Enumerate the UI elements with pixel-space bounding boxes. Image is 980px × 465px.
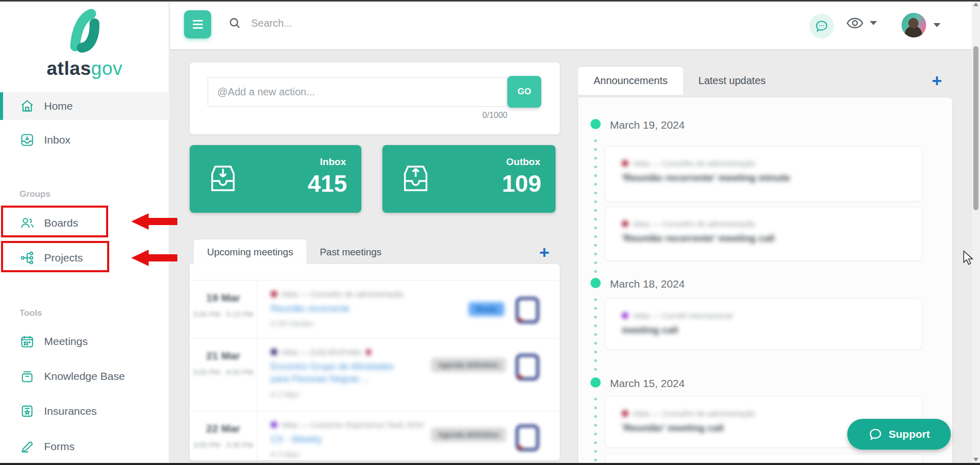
announcement-org: Atlas — Conselho de administração bbox=[633, 409, 755, 418]
pen-icon bbox=[19, 439, 35, 454]
inbox-stat-card[interactable]: Inbox 415 bbox=[190, 145, 361, 213]
meeting-org: Atlas — Conselho de administração bbox=[281, 290, 403, 298]
outbox-stat-card[interactable]: Outbox 109 bbox=[382, 145, 556, 213]
stat-label: Inbox bbox=[320, 156, 346, 168]
timeline-date: March 18, 2024 bbox=[610, 278, 685, 290]
sidebar-item-knowledge-base[interactable]: Knowledge Base bbox=[0, 362, 169, 390]
search-input[interactable] bbox=[251, 17, 466, 29]
sidebar-item-label: Projects bbox=[44, 252, 83, 264]
timeline-dot bbox=[590, 278, 601, 288]
meeting-countdown: in 2 days bbox=[271, 390, 560, 398]
add-action-input[interactable] bbox=[208, 77, 507, 107]
sidebar-item-meetings[interactable]: Meetings bbox=[0, 328, 169, 355]
meeting-date: 22 Mar bbox=[190, 422, 257, 435]
add-announcement-button[interactable] bbox=[932, 72, 942, 89]
meetings-list-header bbox=[190, 264, 560, 280]
meeting-date: 21 Mar bbox=[190, 350, 257, 362]
meeting-time: 3:00 PM - 3:30 PM bbox=[190, 441, 257, 449]
sidebar-item-inbox[interactable]: Inbox bbox=[0, 126, 169, 154]
scroll-down-icon[interactable] bbox=[973, 458, 978, 461]
sidebar-item-label: Insurances bbox=[44, 405, 97, 417]
meeting-org: Atlas — Customer Experience Tools 2024 bbox=[281, 420, 423, 429]
global-search bbox=[229, 17, 466, 29]
search-icon bbox=[229, 17, 241, 29]
logo-text-dark: atlas bbox=[47, 58, 91, 79]
org-color-dot bbox=[622, 220, 628, 227]
avatar[interactable] bbox=[902, 13, 926, 37]
meeting-row[interactable]: 22 Mar 3:00 PM - 3:30 PM Atlas — Custome… bbox=[190, 411, 560, 460]
network-icon bbox=[19, 251, 35, 265]
meeting-calendar-icon[interactable] bbox=[515, 422, 540, 452]
org-color-dot bbox=[622, 312, 628, 319]
hamburger-icon bbox=[193, 20, 203, 22]
timeline-date: March 15, 2024 bbox=[610, 377, 685, 390]
meeting-date: 19 Mar bbox=[190, 292, 257, 304]
announcement-card[interactable]: Atlas — Conselho de administração 'Reuni… bbox=[605, 207, 923, 261]
meeting-org: Atlas — [UA] AfroPoder bbox=[281, 348, 362, 356]
status-badge: Agenda definition bbox=[431, 428, 506, 442]
meeting-title-link[interactable]: Encontro Grupo de Afinidades para Pessoa… bbox=[271, 360, 399, 386]
meeting-calendar-icon[interactable] bbox=[515, 295, 540, 325]
status-badge: Ready bbox=[468, 302, 504, 316]
scrollbar-thumb[interactable] bbox=[973, 46, 978, 210]
announcement-title: 'Reunião recorrente' meeting call bbox=[622, 233, 774, 244]
tab-latest-updates[interactable]: Latest updates bbox=[683, 67, 781, 95]
org-color-dot bbox=[271, 421, 277, 428]
chat-bubble-icon bbox=[814, 19, 829, 33]
announcement-title: meeting call bbox=[622, 325, 678, 336]
tab-announcements[interactable]: Announcements bbox=[578, 67, 683, 95]
chevron-down-icon bbox=[933, 23, 941, 27]
announcement-card[interactable]: Atlas — Conselho de administração 'Reuni… bbox=[605, 146, 923, 201]
announcement-title: 'Reunião' meeting call bbox=[622, 422, 724, 434]
visibility-menu[interactable] bbox=[846, 17, 877, 29]
stat-value: 415 bbox=[308, 170, 347, 197]
org-color-dot bbox=[271, 349, 277, 355]
stat-value: 109 bbox=[502, 170, 541, 197]
sidebar-item-home[interactable]: Home bbox=[0, 92, 169, 120]
timeline-date: March 19, 2024 bbox=[610, 119, 685, 131]
inbox-tray-down-icon bbox=[206, 164, 240, 194]
announcement-card[interactable]: Atlas — Comitê Internacional meeting cal… bbox=[605, 298, 923, 350]
timeline-dot bbox=[590, 119, 601, 129]
app-logo: atlasgov bbox=[0, 8, 169, 79]
meeting-calendar-icon[interactable] bbox=[515, 352, 540, 381]
tab-upcoming-meetings[interactable]: Upcoming meetings bbox=[194, 239, 307, 265]
sidebar-item-forms[interactable]: Forms bbox=[0, 433, 169, 460]
add-meeting-button[interactable] bbox=[539, 244, 549, 261]
meeting-title-link[interactable]: Reunião recorrente bbox=[271, 302, 424, 315]
user-menu[interactable] bbox=[902, 13, 941, 37]
announcements-panel: March 19, 2024 Atlas — Conselho de admin… bbox=[578, 97, 952, 465]
meeting-row[interactable]: 19 Mar 5:00 PM - 5:15 PM Atlas — Conselh… bbox=[190, 280, 560, 338]
topbar bbox=[170, 2, 972, 49]
go-button[interactable]: GO bbox=[507, 76, 541, 108]
sidebar-item-boards[interactable]: Boards bbox=[0, 209, 169, 237]
scroll-up-icon[interactable] bbox=[973, 3, 978, 6]
tab-past-meetings[interactable]: Past meetings bbox=[307, 239, 395, 265]
badge-star-icon bbox=[19, 404, 35, 418]
sidebar-item-projects[interactable]: Projects bbox=[0, 244, 169, 272]
meetings-tabbar: Upcoming meetings Past meetings bbox=[194, 239, 395, 265]
archive-box-icon bbox=[19, 369, 35, 383]
org-color-dot bbox=[622, 160, 628, 167]
atlasgov-logo-icon bbox=[61, 8, 108, 55]
sidebar-item-label: Home bbox=[44, 100, 73, 112]
char-counter: 0/1000 bbox=[208, 111, 507, 120]
announcements-tabbar: Announcements Latest updates bbox=[578, 67, 781, 95]
sidebar-item-label: Inbox bbox=[44, 134, 70, 146]
menu-toggle-button[interactable] bbox=[184, 10, 211, 38]
announcement-org: Atlas — Comitê Internacional bbox=[633, 311, 732, 320]
home-icon bbox=[19, 99, 35, 113]
meeting-row[interactable]: 21 Mar 5:00 PM - 6:00 PM Atlas — [UA] Af… bbox=[190, 338, 560, 411]
sidebar-item-label: Knowledge Base bbox=[44, 370, 125, 382]
meeting-title-link[interactable]: CX - Weekly bbox=[271, 433, 424, 446]
sidebar-item-insurances[interactable]: Insurances bbox=[0, 397, 169, 425]
chat-button[interactable] bbox=[809, 14, 834, 38]
support-button[interactable]: Support bbox=[847, 419, 951, 450]
timeline-dot bbox=[590, 377, 601, 388]
window-bottom-edge bbox=[0, 463, 980, 465]
people-icon bbox=[19, 216, 35, 230]
outbox-tray-up-icon bbox=[399, 164, 433, 194]
support-label: Support bbox=[889, 428, 930, 440]
page-scrollbar[interactable] bbox=[972, 0, 980, 465]
meeting-time: 5:00 PM - 5:15 PM bbox=[190, 310, 257, 318]
